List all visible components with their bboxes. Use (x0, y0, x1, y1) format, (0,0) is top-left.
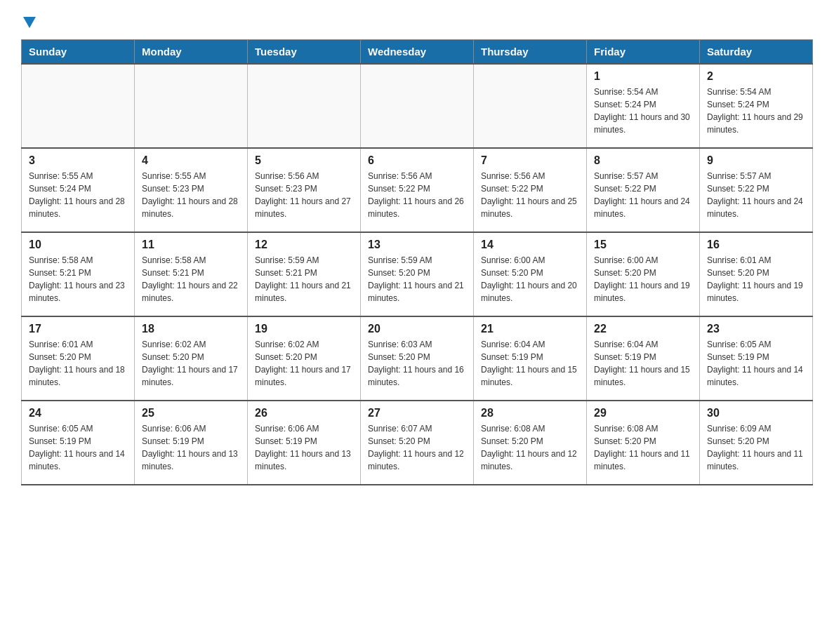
page-header (21, 14, 813, 25)
day-info: Sunrise: 6:06 AM Sunset: 5:19 PM Dayligh… (142, 422, 240, 473)
day-number: 27 (368, 407, 466, 420)
day-info: Sunrise: 5:54 AM Sunset: 5:24 PM Dayligh… (707, 86, 805, 136)
calendar-cell: 23Sunrise: 6:05 AM Sunset: 5:19 PM Dayli… (700, 316, 813, 401)
day-info: Sunrise: 6:00 AM Sunset: 5:20 PM Dayligh… (481, 254, 579, 304)
day-number: 21 (481, 323, 579, 335)
calendar-cell: 1Sunrise: 5:54 AM Sunset: 5:24 PM Daylig… (587, 64, 700, 148)
day-info: Sunrise: 5:57 AM Sunset: 5:22 PM Dayligh… (594, 170, 692, 220)
day-number: 3 (29, 154, 127, 167)
weekday-header-thursday: Thursday (474, 40, 587, 65)
day-number: 7 (481, 154, 579, 167)
day-number: 13 (368, 239, 466, 251)
calendar-cell: 7Sunrise: 5:56 AM Sunset: 5:22 PM Daylig… (474, 148, 587, 232)
calendar-cell (22, 64, 135, 148)
day-number: 6 (368, 154, 466, 167)
day-number: 25 (142, 407, 240, 420)
calendar-cell: 27Sunrise: 6:07 AM Sunset: 5:20 PM Dayli… (361, 401, 474, 485)
day-info: Sunrise: 6:07 AM Sunset: 5:20 PM Dayligh… (368, 422, 466, 473)
day-info: Sunrise: 5:55 AM Sunset: 5:23 PM Dayligh… (142, 170, 240, 220)
calendar-cell (361, 64, 474, 148)
weekday-header-monday: Monday (135, 40, 248, 65)
calendar-cell: 17Sunrise: 6:01 AM Sunset: 5:20 PM Dayli… (22, 316, 135, 401)
day-number: 10 (29, 239, 127, 251)
day-info: Sunrise: 6:01 AM Sunset: 5:20 PM Dayligh… (707, 254, 805, 304)
day-info: Sunrise: 6:05 AM Sunset: 5:19 PM Dayligh… (29, 422, 127, 473)
weekday-header-sunday: Sunday (22, 40, 135, 65)
calendar-cell: 14Sunrise: 6:00 AM Sunset: 5:20 PM Dayli… (474, 232, 587, 316)
calendar-cell: 6Sunrise: 5:56 AM Sunset: 5:22 PM Daylig… (361, 148, 474, 232)
day-number: 26 (255, 407, 353, 420)
weekday-header-tuesday: Tuesday (248, 40, 361, 65)
logo-top-row (21, 14, 36, 25)
calendar-cell: 15Sunrise: 6:00 AM Sunset: 5:20 PM Dayli… (587, 232, 700, 316)
day-number: 8 (594, 154, 692, 167)
day-info: Sunrise: 6:06 AM Sunset: 5:19 PM Dayligh… (255, 422, 353, 473)
day-number: 28 (481, 407, 579, 420)
weekday-header-wednesday: Wednesday (361, 40, 474, 65)
day-info: Sunrise: 6:02 AM Sunset: 5:20 PM Dayligh… (142, 338, 240, 389)
calendar-cell: 16Sunrise: 6:01 AM Sunset: 5:20 PM Dayli… (700, 232, 813, 316)
day-info: Sunrise: 6:01 AM Sunset: 5:20 PM Dayligh… (29, 338, 127, 389)
day-number: 20 (368, 323, 466, 335)
day-info: Sunrise: 6:03 AM Sunset: 5:20 PM Dayligh… (368, 338, 466, 389)
day-info: Sunrise: 5:54 AM Sunset: 5:24 PM Dayligh… (594, 86, 692, 136)
logo (21, 14, 36, 25)
calendar-cell: 29Sunrise: 6:08 AM Sunset: 5:20 PM Dayli… (587, 401, 700, 485)
day-number: 29 (594, 407, 692, 420)
logo-triangle-icon (23, 17, 36, 28)
weekday-header-friday: Friday (587, 40, 700, 65)
day-info: Sunrise: 6:05 AM Sunset: 5:19 PM Dayligh… (707, 338, 805, 389)
weekday-header-row: SundayMondayTuesdayWednesdayThursdayFrid… (22, 40, 813, 65)
day-number: 15 (594, 239, 692, 251)
day-info: Sunrise: 5:59 AM Sunset: 5:20 PM Dayligh… (368, 254, 466, 304)
day-number: 23 (707, 323, 805, 335)
week-row-5: 24Sunrise: 6:05 AM Sunset: 5:19 PM Dayli… (22, 401, 813, 485)
day-info: Sunrise: 6:00 AM Sunset: 5:20 PM Dayligh… (594, 254, 692, 304)
calendar-cell: 19Sunrise: 6:02 AM Sunset: 5:20 PM Dayli… (248, 316, 361, 401)
calendar-cell: 11Sunrise: 5:58 AM Sunset: 5:21 PM Dayli… (135, 232, 248, 316)
week-row-2: 3Sunrise: 5:55 AM Sunset: 5:24 PM Daylig… (22, 148, 813, 232)
day-info: Sunrise: 5:57 AM Sunset: 5:22 PM Dayligh… (707, 170, 805, 220)
day-number: 18 (142, 323, 240, 335)
day-info: Sunrise: 5:55 AM Sunset: 5:24 PM Dayligh… (29, 170, 127, 220)
day-info: Sunrise: 6:08 AM Sunset: 5:20 PM Dayligh… (481, 422, 579, 473)
day-number: 30 (707, 407, 805, 420)
day-number: 11 (142, 239, 240, 251)
calendar-cell: 25Sunrise: 6:06 AM Sunset: 5:19 PM Dayli… (135, 401, 248, 485)
day-number: 12 (255, 239, 353, 251)
calendar-cell: 28Sunrise: 6:08 AM Sunset: 5:20 PM Dayli… (474, 401, 587, 485)
calendar-cell: 2Sunrise: 5:54 AM Sunset: 5:24 PM Daylig… (700, 64, 813, 148)
calendar-cell: 20Sunrise: 6:03 AM Sunset: 5:20 PM Dayli… (361, 316, 474, 401)
day-info: Sunrise: 6:09 AM Sunset: 5:20 PM Dayligh… (707, 422, 805, 473)
calendar-cell: 22Sunrise: 6:04 AM Sunset: 5:19 PM Dayli… (587, 316, 700, 401)
day-number: 4 (142, 154, 240, 167)
day-number: 2 (707, 70, 805, 83)
calendar-cell: 18Sunrise: 6:02 AM Sunset: 5:20 PM Dayli… (135, 316, 248, 401)
calendar-cell (248, 64, 361, 148)
day-info: Sunrise: 6:02 AM Sunset: 5:20 PM Dayligh… (255, 338, 353, 389)
weekday-header-saturday: Saturday (700, 40, 813, 65)
day-info: Sunrise: 5:58 AM Sunset: 5:21 PM Dayligh… (142, 254, 240, 304)
day-info: Sunrise: 5:58 AM Sunset: 5:21 PM Dayligh… (29, 254, 127, 304)
day-info: Sunrise: 5:56 AM Sunset: 5:22 PM Dayligh… (368, 170, 466, 220)
day-number: 16 (707, 239, 805, 251)
calendar-cell: 9Sunrise: 5:57 AM Sunset: 5:22 PM Daylig… (700, 148, 813, 232)
day-info: Sunrise: 6:08 AM Sunset: 5:20 PM Dayligh… (594, 422, 692, 473)
calendar-cell: 26Sunrise: 6:06 AM Sunset: 5:19 PM Dayli… (248, 401, 361, 485)
day-number: 5 (255, 154, 353, 167)
day-number: 19 (255, 323, 353, 335)
day-number: 22 (594, 323, 692, 335)
day-info: Sunrise: 5:56 AM Sunset: 5:22 PM Dayligh… (481, 170, 579, 220)
day-number: 14 (481, 239, 579, 251)
week-row-3: 10Sunrise: 5:58 AM Sunset: 5:21 PM Dayli… (22, 232, 813, 316)
day-number: 24 (29, 407, 127, 420)
day-number: 1 (594, 70, 692, 83)
calendar-cell (474, 64, 587, 148)
day-number: 17 (29, 323, 127, 335)
calendar-cell: 10Sunrise: 5:58 AM Sunset: 5:21 PM Dayli… (22, 232, 135, 316)
calendar-cell: 21Sunrise: 6:04 AM Sunset: 5:19 PM Dayli… (474, 316, 587, 401)
calendar-cell: 12Sunrise: 5:59 AM Sunset: 5:21 PM Dayli… (248, 232, 361, 316)
calendar-table: SundayMondayTuesdayWednesdayThursdayFrid… (21, 39, 813, 485)
calendar-cell: 24Sunrise: 6:05 AM Sunset: 5:19 PM Dayli… (22, 401, 135, 485)
day-info: Sunrise: 5:59 AM Sunset: 5:21 PM Dayligh… (255, 254, 353, 304)
